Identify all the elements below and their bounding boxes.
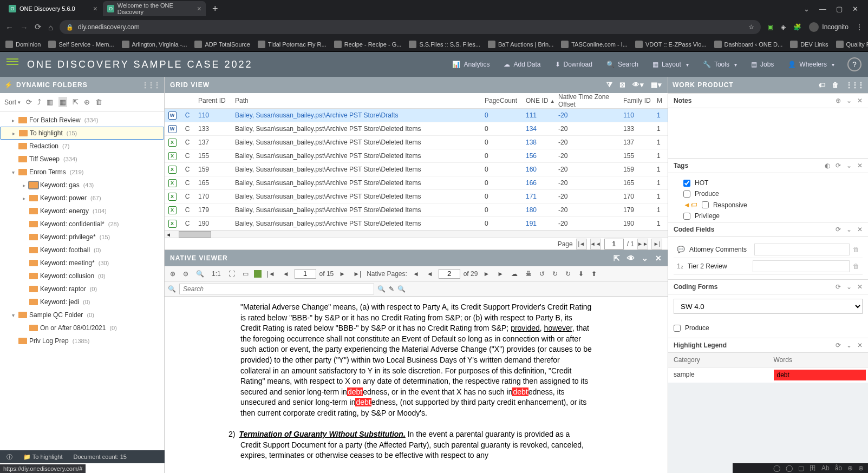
grid-row[interactable]: XC137Bailey, Susan\susan_bailey.pst\Arch…: [165, 136, 668, 149]
refresh-icon[interactable]: ⟳: [836, 226, 841, 233]
close-tab-icon[interactable]: ×: [197, 4, 201, 13]
tree-node[interactable]: Keyword: energy(104): [0, 205, 164, 218]
tree-node[interactable]: ▸Keyword: power(67): [0, 192, 164, 205]
notes-body[interactable]: [668, 108, 868, 158]
delete-field-icon[interactable]: 🗑: [853, 262, 859, 270]
col-pagecount[interactable]: PageCount: [481, 97, 523, 104]
url-input[interactable]: 🔒 diy.onediscovery.com ☆: [60, 20, 761, 34]
layout-button[interactable]: ▦Layout▾: [646, 56, 695, 73]
tools-button[interactable]: 🔧Tools▾: [696, 56, 743, 73]
chevron-down-icon[interactable]: ⌄: [642, 254, 649, 262]
trash-icon[interactable]: 🗑: [832, 81, 839, 89]
fit-button[interactable]: 1:1: [210, 269, 223, 279]
bookmark[interactable]: Arlington, Virginia -...: [122, 41, 187, 48]
green-seg-icon[interactable]: [254, 270, 262, 278]
grid-row[interactable]: WC133Bailey, Susan\susan_bailey.pst\Arch…: [165, 122, 668, 136]
extension-icon[interactable]: ◈: [781, 23, 786, 31]
tag-checkbox[interactable]: [683, 190, 690, 198]
col-family-id[interactable]: Family ID: [620, 97, 657, 104]
hamburger-icon[interactable]: [6, 58, 18, 70]
refresh-icon[interactable]: ⟳: [836, 341, 841, 349]
pager-last[interactable]: ►|: [651, 239, 662, 249]
tree-node[interactable]: ▸For Batch Review(334): [0, 114, 164, 127]
download-icon[interactable]: ⬇: [576, 269, 586, 279]
np-next2-icon[interactable]: ►: [495, 269, 506, 279]
col-one-id[interactable]: ONE ID ▲: [523, 97, 555, 104]
status-icon[interactable]: 田: [810, 464, 816, 473]
native-page-input[interactable]: [439, 269, 460, 279]
new-tab-button[interactable]: +: [207, 3, 224, 15]
close-icon[interactable]: ✕: [857, 283, 863, 291]
doc-icon[interactable]: ▦: [58, 97, 67, 107]
columns-icon[interactable]: ▦▾: [651, 81, 662, 89]
expand-icon[interactable]: ▸: [21, 182, 27, 188]
reload-icon[interactable]: ⟳: [35, 22, 42, 32]
popout-icon[interactable]: ⇱: [614, 254, 621, 262]
sort-button[interactable]: Sort▾: [4, 98, 21, 106]
field-value-input[interactable]: [753, 260, 850, 272]
extension-icon[interactable]: ▣: [767, 23, 773, 31]
bookmark[interactable]: S.S.Flies :: S.S. Flies...: [409, 41, 480, 48]
status-icon[interactable]: ⊕: [847, 464, 853, 472]
share-icon[interactable]: ⤴: [37, 98, 41, 106]
rotate-ccw-icon[interactable]: ↺: [537, 269, 547, 279]
back-icon[interactable]: ←: [5, 23, 14, 32]
highlight-pen-icon[interactable]: ✎: [389, 285, 394, 293]
tag-icon[interactable]: 🏷: [819, 81, 826, 89]
native-search-input[interactable]: [179, 284, 374, 294]
bookmark[interactable]: Recipe - Recipe - G...: [334, 41, 402, 48]
status-icon[interactable]: ◯: [786, 464, 793, 472]
status-icon[interactable]: ◯: [773, 464, 780, 472]
expand-icon[interactable]: ▸: [21, 195, 27, 201]
browser-tab-active[interactable]: O ONE Discovery 5.6.0 ×: [4, 1, 102, 16]
page-next2-icon[interactable]: ►|: [351, 269, 363, 279]
menu-icon[interactable]: ⋮: [856, 23, 863, 31]
analytics-button[interactable]: 📊Analytics: [446, 56, 496, 73]
grip-icon[interactable]: ⋮⋮⋮: [142, 81, 160, 89]
filter-icon[interactable]: ⧩: [606, 81, 613, 89]
chevron-down-icon[interactable]: ⌄: [846, 283, 852, 291]
tree-node[interactable]: ▾Sample QC Folder(0): [0, 308, 164, 321]
add-data-button[interactable]: ☁Add Data: [497, 56, 547, 73]
page-prev-icon[interactable]: |◄: [265, 269, 277, 279]
find-next-icon[interactable]: 🔍: [397, 285, 406, 293]
tree-node[interactable]: Keyword: football(0): [0, 244, 164, 257]
close-tab-icon[interactable]: ×: [93, 4, 97, 13]
tag-toggle-icon[interactable]: ◐: [825, 162, 830, 169]
tree-node[interactable]: Tiff Sweep(334): [0, 153, 164, 166]
tree-node[interactable]: Keyword: raptor(0): [0, 283, 164, 295]
bookmark[interactable]: Dashboard ‹ ONE D...: [714, 41, 783, 48]
grid-row[interactable]: XC165Bailey, Susan\susan_bailey.pst\Arch…: [165, 176, 668, 190]
tree-node[interactable]: Keyword: collusion(0): [0, 270, 164, 283]
tree-node[interactable]: Priv Log Prep(1385): [0, 334, 164, 347]
scroll-thumb[interactable]: [179, 231, 211, 238]
close-icon[interactable]: ✕: [857, 97, 863, 104]
tree-node[interactable]: Keyword: jedi(0): [0, 295, 164, 308]
upload-icon[interactable]: ⬆: [589, 269, 599, 279]
book-icon[interactable]: ▥: [47, 98, 53, 106]
eye-icon[interactable]: 👁: [627, 254, 635, 262]
find-prev-icon[interactable]: 🔍: [377, 285, 386, 293]
coding-form-select[interactable]: SW 4.0: [674, 299, 863, 314]
eye-icon[interactable]: 👁▾: [632, 81, 644, 89]
zoom-in-icon[interactable]: ⊕: [168, 269, 178, 279]
page-prev2-icon[interactable]: ◄: [280, 269, 291, 279]
extensions-icon[interactable]: 🧩: [793, 23, 801, 31]
zoom-icon[interactable]: 🔍: [194, 269, 206, 279]
user-menu[interactable]: 👤Wheelers▾: [781, 56, 841, 73]
zoom-out-icon[interactable]: ⊖: [181, 269, 191, 279]
status-icon[interactable]: åb: [835, 464, 842, 472]
refresh-icon[interactable]: ⟳: [836, 283, 841, 291]
bookmark[interactable]: TASConline.com - I...: [561, 41, 628, 48]
tree-node[interactable]: Redaction(7): [0, 140, 164, 153]
close-window-icon[interactable]: ✕: [852, 5, 858, 13]
np-prev-icon[interactable]: ◄: [410, 269, 421, 279]
chevron-down-icon[interactable]: ⌄: [846, 226, 852, 233]
print-icon[interactable]: 🖶: [523, 269, 534, 279]
refresh-icon[interactable]: ⟳: [836, 162, 841, 169]
bookmark[interactable]: DEV Links: [790, 41, 828, 48]
page-next-icon[interactable]: ►: [337, 269, 348, 279]
grid-hscroll[interactable]: ◄: [165, 231, 668, 238]
rotate-icon[interactable]: ↻: [550, 269, 560, 279]
status-icon[interactable]: ▢: [798, 464, 804, 472]
